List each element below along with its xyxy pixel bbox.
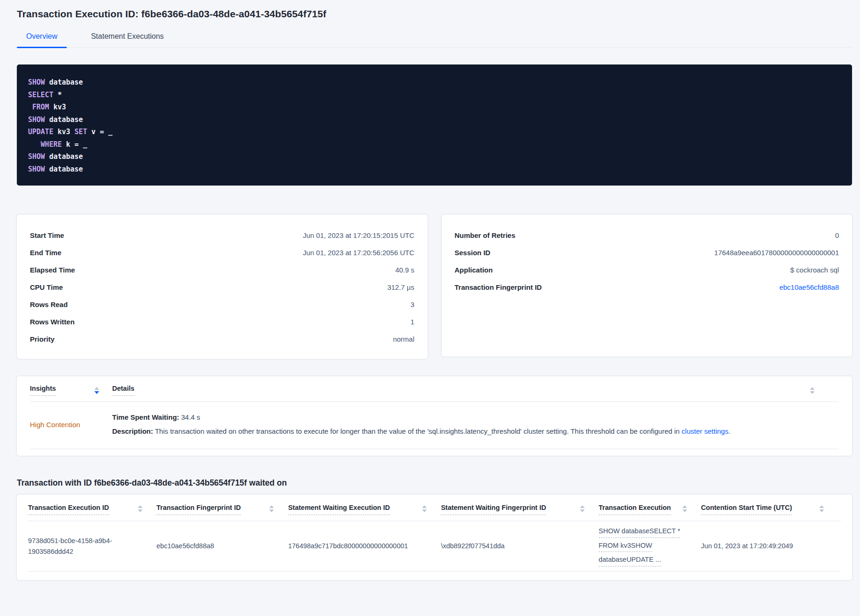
sort-up-icon bbox=[682, 505, 687, 508]
row-rows-read: Rows Read 3 bbox=[30, 296, 415, 313]
transaction-details-page: Transaction Execution ID: f6be6366-da03-… bbox=[0, 0, 860, 580]
statement-preview-line[interactable]: SHOW databaseSELECT * bbox=[599, 526, 681, 537]
sort-down-icon bbox=[94, 391, 99, 394]
sort-icon[interactable] bbox=[819, 505, 824, 512]
summary-label: CPU Time bbox=[30, 283, 63, 291]
sql-statements-box: SHOW database SELECT * FROM kv3 SHOW dat… bbox=[17, 64, 852, 186]
time-spent-waiting: Time Spent Waiting: 34.4 s bbox=[112, 412, 839, 423]
column-header-insights[interactable]: Insights bbox=[30, 385, 112, 396]
summary-label: Elapsed Time bbox=[30, 266, 75, 274]
summary-value: 312.7 µs bbox=[387, 283, 415, 291]
insight-description: Description: This transaction waited on … bbox=[112, 426, 839, 437]
summary-label: Transaction Fingerprint ID bbox=[455, 283, 542, 291]
sort-up-icon bbox=[94, 387, 99, 390]
timing-summary-card: Start Time Jun 01, 2023 at 17:20:15:2015… bbox=[17, 215, 428, 359]
sql-line: UPDATE kv3 SET v = _ bbox=[28, 126, 841, 138]
sql-line: SHOW database bbox=[28, 150, 841, 163]
insights-table-card: Insights Details High Contention Time Sp… bbox=[17, 376, 852, 456]
cell-statement-waiting-fingerprint-id: \xdb8922f077541dda bbox=[441, 541, 598, 551]
sort-icon[interactable] bbox=[422, 505, 427, 512]
column-header-transaction-execution[interactable]: Transaction Execution bbox=[599, 504, 701, 515]
summary-label: End Time bbox=[30, 249, 61, 257]
column-header-contention-start-time[interactable]: Contention Start Time (UTC) bbox=[701, 504, 841, 515]
tab-overview-label: Overview bbox=[26, 32, 57, 40]
sort-up-icon bbox=[269, 505, 274, 508]
statement-preview-line[interactable]: FROM kv3SHOW bbox=[599, 540, 652, 552]
cell-statement-waiting-execution-id: 176498a9c717bdc80000000000000001 bbox=[288, 541, 441, 551]
cell-contention-start-time: Jun 01, 2023 at 17:20:49:2049 bbox=[701, 541, 841, 551]
column-header-details[interactable]: Details bbox=[112, 385, 839, 396]
sort-up-icon bbox=[138, 505, 143, 508]
transaction-fingerprint-link[interactable]: ebc10ae56cfd88a8 bbox=[779, 283, 839, 291]
sort-down-icon bbox=[269, 509, 274, 512]
summary-label: Session ID bbox=[455, 249, 491, 257]
sort-up-icon bbox=[422, 505, 427, 508]
summary-label: Rows Read bbox=[30, 301, 68, 308]
sort-down-icon bbox=[580, 509, 585, 512]
sql-line: SHOW database bbox=[28, 76, 841, 89]
sql-line: SELECT * bbox=[28, 89, 841, 101]
summary-value: $ cockroach sql bbox=[790, 266, 839, 274]
summary-value: 3 bbox=[410, 301, 414, 308]
summary-label: Priority bbox=[30, 335, 55, 343]
session-summary-card: Number of Retries 0 Session ID 17648a9ee… bbox=[442, 215, 853, 357]
sort-icon[interactable] bbox=[269, 505, 274, 512]
waited-on-table-header: Transaction Execution ID Transaction Fin… bbox=[28, 504, 841, 521]
waited-on-table-card: Transaction Execution ID Transaction Fin… bbox=[17, 494, 852, 580]
sort-icon[interactable] bbox=[682, 505, 687, 512]
statement-preview-line[interactable]: databaseUPDATE ... bbox=[599, 554, 661, 566]
summary-value: 1 bbox=[410, 318, 414, 326]
sql-line: SHOW database bbox=[28, 163, 841, 176]
sort-icon[interactable] bbox=[138, 505, 143, 512]
sql-line: SHOW database bbox=[28, 114, 841, 126]
summary-value: 17648a9eea6017800000000000000001 bbox=[714, 249, 839, 257]
cell-transaction-fingerprint-id: ebc10ae56cfd88a8 bbox=[157, 541, 288, 551]
row-priority: Priority normal bbox=[30, 330, 415, 348]
row-session-id: Session ID 17648a9eea6017800000000000000… bbox=[455, 244, 839, 261]
summary-value: 40.9 s bbox=[395, 266, 415, 274]
sort-icon[interactable] bbox=[580, 505, 585, 512]
row-cpu-time: CPU Time 312.7 µs bbox=[30, 279, 415, 296]
sort-down-icon bbox=[138, 509, 143, 512]
row-application: Application $ cockroach sql bbox=[455, 261, 839, 279]
insights-column-label[interactable]: Insights bbox=[30, 385, 56, 396]
summary-label: Rows Written bbox=[30, 318, 75, 326]
column-header-transaction-fingerprint-id[interactable]: Transaction Fingerprint ID bbox=[157, 504, 288, 515]
column-header-statement-waiting-execution-id[interactable]: Statement Waiting Execution ID bbox=[288, 504, 441, 515]
row-start-time: Start Time Jun 01, 2023 at 17:20:15:2015… bbox=[30, 227, 415, 244]
row-rows-written: Rows Written 1 bbox=[30, 313, 415, 330]
cluster-settings-link[interactable]: cluster settings bbox=[681, 427, 728, 435]
summary-value: normal bbox=[393, 335, 415, 343]
summary-value: Jun 01, 2023 at 17:20:15:2015 UTC bbox=[303, 231, 415, 239]
table-row: 9738d051-bc0e-4158-a9b4-1903586ddd42 ebc… bbox=[28, 521, 841, 572]
insights-table-header: Insights Details bbox=[30, 385, 839, 402]
sql-line: WHERE k = _ bbox=[28, 138, 841, 151]
sort-down-icon bbox=[682, 509, 687, 512]
summary-label: Number of Retries bbox=[455, 231, 516, 239]
summary-value: Jun 01, 2023 at 17:20:56:2056 UTC bbox=[303, 249, 415, 257]
page-title: Transaction Execution ID: f6be6366-da03-… bbox=[17, 0, 852, 20]
tab-statement-executions-label: Statement Executions bbox=[91, 32, 164, 40]
row-end-time: End Time Jun 01, 2023 at 17:20:56:2056 U… bbox=[30, 244, 415, 261]
tab-bar: Overview Statement Executions bbox=[17, 32, 852, 48]
tab-statement-executions[interactable]: Statement Executions bbox=[82, 32, 173, 47]
cell-transaction-execution[interactable]: SHOW databaseSELECT * FROM kv3SHOW datab… bbox=[599, 526, 701, 566]
insight-row: High Contention Time Spent Waiting: 34.4… bbox=[30, 402, 839, 449]
row-number-of-retries: Number of Retries 0 bbox=[455, 227, 839, 244]
tab-overview[interactable]: Overview bbox=[17, 32, 67, 47]
column-header-transaction-execution-id[interactable]: Transaction Execution ID bbox=[28, 504, 157, 515]
details-column-label[interactable]: Details bbox=[112, 385, 135, 396]
sort-down-icon bbox=[819, 509, 824, 512]
insight-type-badge: High Contention bbox=[30, 421, 112, 429]
row-elapsed-time: Elapsed Time 40.9 s bbox=[30, 261, 415, 279]
row-transaction-fingerprint-id: Transaction Fingerprint ID ebc10ae56cfd8… bbox=[455, 279, 839, 296]
sort-down-icon bbox=[810, 391, 815, 394]
cell-transaction-execution-id: 9738d051-bc0e-4158-a9b4-1903586ddd42 bbox=[28, 536, 126, 557]
column-header-statement-waiting-fingerprint-id[interactable]: Statement Waiting Fingerprint ID bbox=[441, 504, 598, 515]
waited-on-heading: Transaction with ID f6be6366-da03-48de-a… bbox=[17, 478, 852, 488]
sort-up-icon bbox=[810, 387, 815, 390]
sort-icon[interactable] bbox=[810, 387, 815, 394]
sql-line: FROM kv3 bbox=[28, 101, 841, 114]
sort-icon[interactable] bbox=[94, 387, 99, 394]
sort-down-icon bbox=[422, 509, 427, 512]
